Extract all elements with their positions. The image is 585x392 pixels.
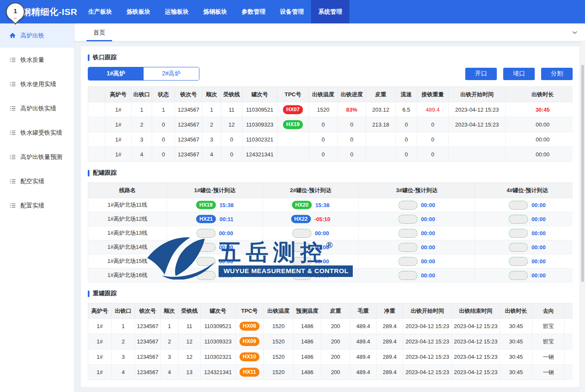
sidebar-item[interactable]: 配置实绩 bbox=[0, 193, 74, 218]
nav-item[interactable]: 炼钢板块 bbox=[196, 0, 234, 23]
empty-ladle-pill bbox=[509, 201, 528, 210]
eta-time: 00:00 bbox=[531, 258, 545, 265]
nav-item[interactable]: 运输板块 bbox=[158, 0, 196, 23]
tab-home[interactable]: 首页 bbox=[86, 23, 112, 41]
table-cell: 30:45 bbox=[500, 319, 533, 334]
column-header: TPC号 bbox=[236, 303, 264, 319]
nav-item[interactable]: 设备管理 bbox=[273, 0, 311, 23]
ladle-pill: HX20 bbox=[292, 201, 312, 209]
column-header: 接铁重量 bbox=[417, 87, 449, 102]
table-cell: 1 bbox=[202, 102, 221, 117]
table-cell: HX10 bbox=[236, 349, 264, 365]
sidebar-item[interactable]: 高炉出铁量预测 bbox=[0, 145, 74, 169]
eta-time: 00:00 bbox=[421, 258, 435, 265]
sidebar-item[interactable]: 配空实绩 bbox=[0, 169, 74, 193]
table-row[interactable]: 1#111234567111110309521HX07152083%203.12… bbox=[88, 102, 573, 117]
table-cell: 289.4 bbox=[377, 349, 403, 365]
table-cell: 0 bbox=[417, 147, 449, 162]
furnace-tab[interactable]: 1#高炉 bbox=[88, 67, 144, 80]
furnace-tab[interactable]: 2#高炉 bbox=[144, 67, 199, 80]
table-row[interactable]: 1#11234567111110309521HX0815201486200489… bbox=[88, 319, 573, 334]
table-row[interactable]: 1#40123456740124321341000000:00 bbox=[88, 147, 573, 162]
vertical-scrollbar[interactable] bbox=[581, 41, 585, 392]
nav-item[interactable]: 参数管理 bbox=[234, 0, 273, 23]
column-header: 出铁开始时间 bbox=[449, 87, 506, 102]
table-cell: 289.4 bbox=[377, 334, 403, 349]
empty-ladle-pill bbox=[509, 215, 528, 224]
nav-item[interactable]: 系统管理 bbox=[311, 0, 349, 23]
taphole-toolbar: 1#高炉2#高炉 开口堵口分割 bbox=[88, 67, 573, 81]
table-row[interactable]: 1#高炉北场16线00:0000:0000:0000:00 bbox=[88, 268, 573, 282]
eta-time: 00:00 bbox=[531, 216, 545, 222]
eta-time: 00:00 bbox=[219, 258, 233, 265]
column-header: 线路名 bbox=[88, 183, 167, 198]
table-row[interactable]: 1#41234567413124321341HX1115201486200489… bbox=[88, 365, 573, 380]
table-cell: 30:45 bbox=[500, 334, 533, 349]
table-cell: 00:00 bbox=[167, 226, 263, 240]
table-cell: 00:00 bbox=[506, 132, 573, 147]
empty-ladle-pill bbox=[398, 215, 418, 224]
table-cell: 1 bbox=[161, 319, 179, 334]
sidebar-item[interactable]: 铁水质量 bbox=[0, 48, 74, 72]
column-header: 受铁线 bbox=[179, 303, 201, 319]
table-row[interactable]: 1#高炉北场11线HX1915:38HX2015:3800:0000:00 bbox=[88, 198, 573, 212]
table-cell: HX08 bbox=[236, 319, 264, 334]
sidebar-item[interactable]: 铁水使用实绩 bbox=[0, 72, 74, 96]
ladle-pill: HX19 bbox=[283, 120, 303, 129]
nav-item[interactable]: 生产板块 bbox=[81, 0, 119, 23]
table-cell: 110309323 bbox=[201, 334, 236, 349]
table-cell: 6.5 bbox=[396, 102, 417, 117]
chevron-down-icon[interactable] bbox=[571, 29, 578, 36]
table-cell: HX22-05:10 bbox=[263, 212, 359, 226]
sidebar-item[interactable]: 铁水罐受铁实绩 bbox=[0, 121, 74, 145]
furnace-toggle: 1#高炉2#高炉 bbox=[88, 67, 199, 81]
table-cell: 213.18 bbox=[366, 117, 396, 132]
ladle-pill: HX19 bbox=[196, 201, 216, 209]
table-cell: 0 bbox=[396, 117, 417, 132]
sidebar-item[interactable]: 高炉出铁 bbox=[0, 23, 74, 48]
table-row[interactable]: 1#201234567212110309323HX1900213.1800202… bbox=[88, 117, 573, 132]
list-icon bbox=[9, 57, 16, 63]
table-cell: 124321341 bbox=[242, 147, 277, 162]
empty-ladle-pill bbox=[196, 243, 216, 252]
column-header: 铁次号 bbox=[175, 87, 202, 102]
sidebar-item[interactable]: 高炉出铁实绩 bbox=[0, 96, 74, 121]
table-cell bbox=[366, 147, 396, 162]
table-row[interactable]: 1#30123456730110302321000000:00 bbox=[88, 132, 573, 147]
table-cell: 1# bbox=[105, 132, 132, 147]
table-cell: 00:00 bbox=[359, 240, 475, 254]
nav-item[interactable]: 炼铁板块 bbox=[119, 0, 158, 23]
table-row[interactable]: 1#高炉北场14线00:0000:0000:0000:00 bbox=[88, 240, 573, 254]
eta-time: 00:00 bbox=[531, 272, 545, 279]
table-cell: 1#高炉北场11线 bbox=[88, 198, 167, 212]
app-header: 铁钢精细化-ISR 生产板块炼铁板块运输板块炼钢板块参数管理设备管理系统管理 bbox=[0, 0, 585, 23]
table-row[interactable]: 1#31234567312110302321HX1015201486200489… bbox=[88, 349, 573, 365]
ladle-pill: HX22 bbox=[291, 215, 311, 223]
empty-ladle-pill bbox=[196, 229, 216, 238]
scrollbar-thumb[interactable] bbox=[581, 65, 584, 282]
split-button[interactable]: 分割 bbox=[541, 68, 573, 80]
empty-ladle-pill bbox=[292, 271, 311, 280]
table-cell: 203.12 bbox=[366, 102, 396, 117]
table-cell: 00:00 bbox=[475, 254, 573, 268]
table-cell: 4 bbox=[112, 365, 135, 380]
table-row[interactable]: 1#高炉北场12线HX2100:11HX22-05:1000:0000:00 bbox=[88, 212, 573, 226]
table-cell: 00:00 bbox=[263, 240, 359, 254]
table-row[interactable]: 1#高炉北场15线00:0000:0000:0000:00 bbox=[88, 254, 573, 268]
table-cell: 00:00 bbox=[263, 268, 359, 282]
table-cell: 一钢 bbox=[533, 365, 565, 380]
table-row[interactable]: 1#21234567212110309323HX0915201486200489… bbox=[88, 334, 573, 349]
table-row[interactable]: 1#高炉北场13线00:0000:0000:0000:00 bbox=[88, 226, 573, 240]
table-cell: 1486 bbox=[294, 365, 321, 380]
table-cell: 1234567 bbox=[175, 117, 202, 132]
title-accent-bar bbox=[88, 55, 89, 61]
table-cell: 0 bbox=[396, 147, 417, 162]
open-taphole-button[interactable]: 开口 bbox=[465, 68, 497, 80]
table-cell: 00:00 bbox=[167, 240, 263, 254]
annotation-marker-glyph: ∞ bbox=[14, 17, 17, 20]
plug-taphole-button[interactable]: 堵口 bbox=[503, 68, 535, 80]
table-cell: 00:00 bbox=[167, 254, 263, 268]
table-cell: 2 bbox=[161, 334, 179, 349]
table-cell: 30:45 bbox=[565, 319, 573, 334]
table-cell: 00:00 bbox=[359, 226, 475, 240]
